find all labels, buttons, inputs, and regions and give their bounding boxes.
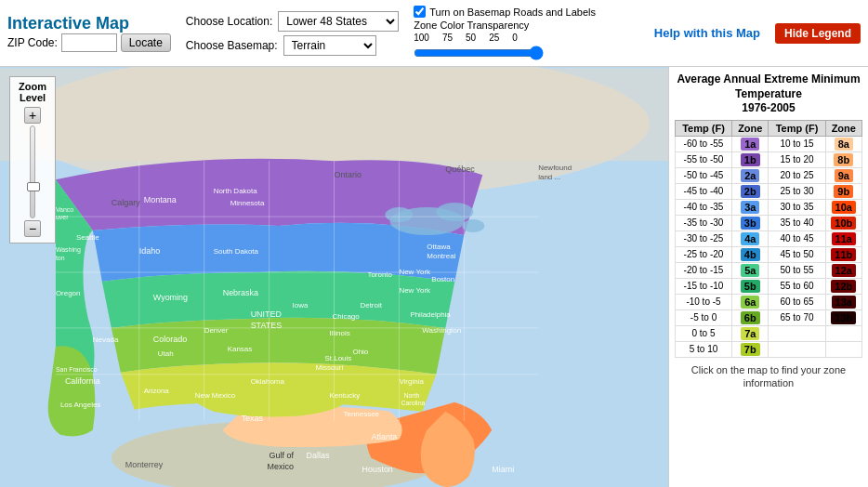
temp-cell: 20 to 25 xyxy=(769,167,825,183)
roads-label: Turn on Basemap Roads and Labels xyxy=(429,7,596,18)
svg-text:Boston: Boston xyxy=(431,275,454,283)
svg-text:Colorado: Colorado xyxy=(153,335,187,344)
svg-text:South Dakota: South Dakota xyxy=(214,247,259,256)
svg-text:St.Louis: St.Louis xyxy=(325,354,352,362)
zone-cell: 8b xyxy=(825,151,861,167)
map-container[interactable]: Zoom Level + − xyxy=(0,67,668,487)
legend-row[interactable]: 5 to 107b xyxy=(676,341,862,357)
temp-cell: -35 to -30 xyxy=(676,215,732,230)
temp-cell: -25 to -20 xyxy=(676,246,732,262)
zoom-label: Zoom Level xyxy=(16,81,49,103)
svg-text:Washing: Washing xyxy=(56,246,81,254)
zone-cell xyxy=(825,325,861,341)
temp-cell: -20 to -15 xyxy=(676,262,732,278)
temp-cell: 0 to 5 xyxy=(676,325,732,341)
svg-text:California: California xyxy=(65,376,100,386)
col2-header: Zone xyxy=(732,120,769,136)
svg-text:Texas: Texas xyxy=(242,414,264,423)
app-title: Interactive Map xyxy=(7,14,162,33)
legend-row[interactable]: -55 to -501b15 to 208b xyxy=(676,151,862,167)
temp-cell: -60 to -55 xyxy=(676,136,732,151)
svg-text:Idaho: Idaho xyxy=(139,246,160,256)
svg-text:Ontario: Ontario xyxy=(335,170,362,179)
temp-cell: -50 to -45 xyxy=(676,167,732,183)
legend-row[interactable]: -60 to -551a10 to 158a xyxy=(676,136,862,151)
svg-text:Missouri: Missouri xyxy=(316,363,344,372)
zoom-out-button[interactable]: − xyxy=(24,220,41,237)
svg-text:Ohio: Ohio xyxy=(352,348,368,356)
zoom-control: Zoom Level + − xyxy=(9,76,56,244)
svg-text:Montana: Montana xyxy=(144,195,177,204)
zone-cell: 13a xyxy=(825,294,861,309)
svg-text:Kansas: Kansas xyxy=(228,345,253,353)
transparency-slider-row xyxy=(414,46,596,60)
legend-row[interactable]: -15 to -105b55 to 6012b xyxy=(676,278,862,294)
svg-text:Iowa: Iowa xyxy=(293,301,309,309)
svg-point-7 xyxy=(462,219,484,232)
temp-cell: 50 to 55 xyxy=(769,262,825,278)
legend-row[interactable]: -25 to -204b45 to 5011b xyxy=(676,246,862,262)
temp-cell: 5 to 10 xyxy=(676,341,732,357)
zone-cell xyxy=(825,341,861,357)
zone-cell: 4b xyxy=(732,246,769,262)
svg-text:New York: New York xyxy=(399,286,430,295)
temp-cell: 60 to 65 xyxy=(769,294,825,309)
temp-cell: -30 to -25 xyxy=(676,230,732,246)
locate-button[interactable]: Locate xyxy=(121,33,171,52)
legend-row[interactable]: -45 to -402b25 to 309b xyxy=(676,183,862,199)
zip-section: ZIP Code: Locate xyxy=(7,33,171,52)
svg-text:Tennessee: Tennessee xyxy=(343,410,379,418)
svg-text:Philadelphia: Philadelphia xyxy=(410,310,451,319)
temp-cell xyxy=(769,325,825,341)
zone-cell: 1a xyxy=(732,136,769,151)
temp-cell: -40 to -35 xyxy=(676,199,732,215)
zoom-slider-thumb[interactable] xyxy=(27,182,40,191)
legend-row[interactable]: -30 to -254a40 to 4511a xyxy=(676,230,862,246)
help-link[interactable]: Help with this Map xyxy=(654,26,760,40)
zip-input[interactable] xyxy=(61,33,117,52)
transparency-section: Turn on Basemap Roads and Labels Zone Co… xyxy=(414,6,596,60)
location-select[interactable]: Lower 48 States Alaska Hawaii xyxy=(278,11,399,32)
temp-cell: -10 to -5 xyxy=(676,294,732,309)
svg-text:STATES: STATES xyxy=(251,321,283,330)
roads-checkbox-row: Turn on Basemap Roads and Labels xyxy=(414,6,596,18)
basemap-select[interactable]: Terrain Street Satellite xyxy=(283,35,376,56)
map-svg[interactable]: Montana North Dakota Minnesota Idaho Sou… xyxy=(0,67,668,487)
zone-cell: 12b xyxy=(825,278,861,294)
svg-text:Los Angeles: Los Angeles xyxy=(60,401,100,409)
svg-text:New York: New York xyxy=(399,268,430,276)
basemap-row: Choose Basemap: Terrain Street Satellite xyxy=(186,35,399,56)
legend-row[interactable]: -10 to -56a60 to 6513a xyxy=(676,294,862,309)
temp-cell: 55 to 60 xyxy=(769,278,825,294)
temp-cell: -45 to -40 xyxy=(676,183,732,199)
legend-row[interactable]: -40 to -353a30 to 3510a xyxy=(676,199,862,215)
legend-row[interactable]: -50 to -452a20 to 259a xyxy=(676,167,862,183)
svg-text:New Mexico: New Mexico xyxy=(195,391,236,400)
svg-text:Minnesota: Minnesota xyxy=(230,199,265,207)
svg-text:Nevada: Nevada xyxy=(93,336,119,344)
transparency-slider[interactable] xyxy=(414,46,544,60)
roads-checkbox[interactable] xyxy=(414,6,426,18)
svg-text:North: North xyxy=(403,392,419,399)
basemap-label: Choose Basemap: xyxy=(186,39,278,52)
hide-legend-button[interactable]: Hide Legend xyxy=(775,23,861,44)
zone-cell: 6b xyxy=(732,309,769,325)
svg-text:Ottawa: Ottawa xyxy=(427,243,451,251)
svg-text:Houston: Houston xyxy=(362,465,392,474)
svg-text:Washington: Washington xyxy=(422,326,461,335)
location-label: Choose Location: xyxy=(186,15,272,28)
zoom-in-button[interactable]: + xyxy=(24,107,41,124)
zone-cell: 13b xyxy=(825,309,861,325)
legend-row[interactable]: -35 to -303b35 to 4010b xyxy=(676,215,862,230)
legend-row[interactable]: 0 to 57a xyxy=(676,325,862,341)
svg-text:land ...: land ... xyxy=(538,173,560,181)
zone-cell: 11b xyxy=(825,246,861,262)
svg-text:UNITED: UNITED xyxy=(251,309,283,319)
legend-row[interactable]: -5 to 06b65 to 7013b xyxy=(676,309,862,325)
svg-text:Chicago: Chicago xyxy=(333,312,361,321)
zone-cell: 12a xyxy=(825,262,861,278)
zone-cell: 2b xyxy=(732,183,769,199)
legend-row[interactable]: -20 to -155a50 to 5512a xyxy=(676,262,862,278)
col3-header: Temp (F) xyxy=(769,120,825,136)
legend-panel: Average Annual Extreme Minimum Temperatu… xyxy=(668,67,868,487)
